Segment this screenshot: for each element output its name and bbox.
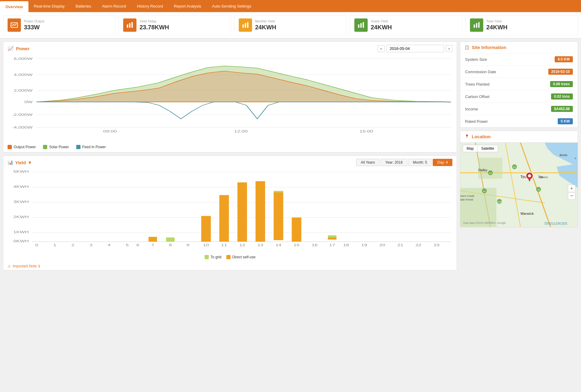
svg-text:14: 14	[275, 243, 281, 247]
map-tab-map[interactable]: Map	[463, 145, 478, 152]
solar-power-dot	[43, 145, 47, 149]
date-prev-button[interactable]: ‹	[378, 45, 384, 52]
rated-power-value: 5 KW	[558, 118, 573, 124]
svg-text:5KWH: 5KWH	[13, 170, 29, 173]
site-info-content: System Size 6.5 KW Commission Date 2016-…	[460, 53, 578, 127]
direct-selfuse-label: Direct self-use	[232, 255, 256, 259]
power-chart-svg: 6,000W 4,000W 2,000W 0W -2,000W -4,000W	[6, 55, 454, 134]
tab-all-years[interactable]: All Years	[356, 159, 379, 166]
to-grid-dot	[205, 255, 209, 259]
power-panel-icon: 📈	[8, 46, 14, 51]
nav-alarm[interactable]: Alarm Record	[97, 0, 131, 12]
power-panel-title: Power	[16, 46, 30, 51]
yield-today-icon	[123, 18, 136, 32]
carbon-offset-value: 0.02 tons	[551, 93, 573, 100]
system-size-value: 6.5 KW	[555, 56, 573, 62]
rated-power-key: Rated Power	[465, 119, 488, 124]
tab-day-4[interactable]: Day: 4	[433, 159, 452, 166]
yearly-yield-value: 24KWH	[371, 24, 392, 31]
yield-chart-area: 5KWH 4KWH 3KWH 2KWH 1KWH 0KWH	[3, 169, 457, 254]
yield-title-area: 📊 Yield ▼	[8, 160, 32, 165]
svg-text:2: 2	[71, 243, 74, 247]
site-info-panel: 📋 Site Information System Size 6.5 KW Co…	[460, 41, 578, 128]
map-tabs: Map Satellite	[463, 145, 498, 152]
svg-text:13: 13	[258, 243, 264, 247]
svg-text:A3: A3	[537, 188, 540, 191]
svg-text:17: 17	[329, 243, 335, 247]
bar-h15	[292, 217, 301, 242]
map-tab-satellite[interactable]: Satellite	[478, 145, 498, 152]
svg-rect-7	[358, 24, 359, 28]
svg-text:stern Creek: stern Creek	[460, 194, 474, 198]
svg-rect-1	[127, 24, 128, 28]
legend-output-power: Output Power	[8, 145, 36, 149]
tab-month-5[interactable]: Month: 5	[409, 159, 432, 166]
feedin-power-dot	[76, 145, 80, 149]
map-container: Map Satellite	[460, 142, 578, 227]
svg-text:Dalby: Dalby	[478, 168, 488, 172]
legend-feedin-power: Feed In Power	[76, 145, 106, 149]
stat-yield-today: Yield Today 23.78KWH	[119, 15, 231, 35]
nav-report[interactable]: Report Analysis	[168, 0, 206, 12]
svg-text:3KWH: 3KWH	[13, 200, 29, 204]
svg-text:0: 0	[35, 243, 38, 247]
total-yield-icon	[470, 18, 483, 32]
svg-text:19: 19	[361, 243, 367, 247]
svg-text:−: −	[570, 193, 573, 199]
stats-row: Power Output 333W Yield Today 23.78KWH M…	[0, 12, 581, 38]
svg-rect-2	[129, 23, 130, 28]
right-column: 📋 Site Information System Size 6.5 KW Co…	[460, 41, 578, 270]
svg-text:23: 23	[434, 243, 440, 247]
yield-bar-icon: 📊	[8, 160, 13, 165]
svg-text:1: 1	[53, 243, 56, 247]
left-column: 📈 Power ‹ › 6,000W 4,000W 2,000W 0W -2,	[3, 41, 457, 270]
yield-panel: 📊 Yield ▼ All Years Year: 2016 Month: 5 …	[3, 155, 457, 270]
power-output-icon	[8, 18, 21, 32]
bar-h10	[201, 216, 211, 242]
stat-total-yield: Total Yield 24KWH	[465, 15, 578, 35]
power-chart-area: 6,000W 4,000W 2,000W 0W -2,000W -4,000W	[3, 55, 457, 143]
site-row-income: Income $A452.88	[460, 103, 578, 115]
svg-text:6: 6	[136, 243, 140, 247]
yield-chart-svg: 5KWH 4KWH 3KWH 2KWH 1KWH 0KWH	[6, 169, 454, 248]
nav-realtime[interactable]: Real-time Display	[28, 0, 70, 12]
svg-text:1KWH: 1KWH	[13, 230, 29, 234]
site-row-rated-power: Rated Power 5 KW	[460, 115, 578, 127]
nav-overview[interactable]: Overview	[0, 1, 28, 12]
date-navigation: ‹ ›	[378, 45, 452, 52]
location-pin-icon: 📍	[464, 134, 469, 139]
system-size-key: System Size	[465, 57, 487, 62]
svg-text:20: 20	[379, 243, 385, 247]
svg-text:tate Forest: tate Forest	[460, 198, 473, 201]
svg-text:Map data ©2016 GBRMPA, Google: Map data ©2016 GBRMPA, Google	[463, 221, 506, 224]
tab-year-2016[interactable]: Year: 2016	[381, 159, 407, 166]
svg-rect-6	[247, 22, 248, 28]
svg-text:10: 10	[203, 243, 209, 247]
yield-dropdown-icon[interactable]: ▼	[28, 160, 32, 165]
bar-h14-self	[274, 192, 283, 240]
carbon-offset-key: Carbon Offset	[465, 94, 490, 99]
date-next-button[interactable]: ›	[446, 45, 452, 52]
site-info-title: Site Information	[472, 45, 506, 50]
date-input[interactable]	[386, 45, 444, 52]
svg-text:0KWH: 0KWH	[13, 240, 29, 243]
svg-text:16: 16	[312, 243, 318, 247]
location-header: 📍 Location	[460, 131, 578, 142]
important-note-info-icon[interactable]: ℹ	[38, 264, 40, 268]
svg-rect-70	[460, 188, 496, 227]
svg-point-93	[528, 174, 531, 177]
svg-text:11: 11	[221, 243, 227, 247]
nav-batteries[interactable]: Batteries	[70, 0, 97, 12]
svg-text:2KWH: 2KWH	[13, 215, 29, 219]
bar-h7	[149, 237, 157, 242]
bar-h17-self	[328, 237, 336, 240]
stat-yearly-yield: Yearly Yield 24KWH	[350, 15, 462, 35]
nav-autosend[interactable]: Auto-Sending Settings	[207, 0, 257, 12]
total-yield-value: 24KWH	[486, 24, 507, 31]
income-key: Income	[465, 107, 478, 111]
solar-power-label: Solar Power	[49, 145, 69, 149]
bar-h12	[238, 182, 247, 242]
nav-history[interactable]: History Record	[131, 0, 168, 12]
site-info-icon: 📋	[464, 45, 469, 50]
svg-text:12: 12	[239, 243, 245, 247]
